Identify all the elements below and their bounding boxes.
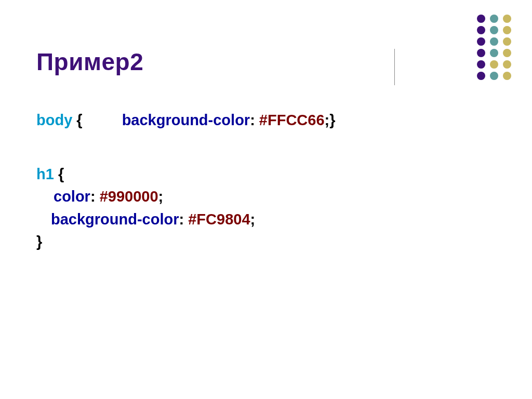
code-line-4: background-color: #FC9804; (36, 208, 496, 231)
slide-container: Пример2 body {background-color: #FFCC66;… (0, 0, 532, 399)
code-line-1: body {background-color: #FFCC66;} (36, 109, 496, 132)
colon: : (179, 211, 184, 228)
dot (503, 60, 511, 69)
css-value: #FFCC66 (255, 112, 325, 128)
dot (503, 37, 511, 46)
dot (477, 26, 485, 34)
semicolon: ; (250, 211, 256, 228)
title-row: Пример2 (36, 48, 496, 85)
dot (490, 49, 498, 57)
dot (490, 26, 498, 34)
css-property: background-color (122, 112, 250, 128)
code-line-3: color: #990000; (36, 185, 496, 208)
blank-line (36, 132, 496, 163)
slide-title: Пример2 (36, 48, 143, 76)
dot (477, 49, 485, 57)
semicolon: ; (325, 112, 330, 128)
colon: : (250, 112, 255, 128)
dot (490, 15, 498, 23)
dot-column-1 (477, 15, 485, 80)
css-value: #990000 (96, 188, 158, 205)
dot (490, 60, 498, 69)
title-divider (394, 49, 395, 85)
code-content: body {background-color: #FFCC66;} h1 { c… (36, 109, 496, 254)
css-selector: body (36, 112, 72, 128)
colon: : (90, 188, 96, 205)
css-value: #FC9804 (184, 211, 250, 228)
brace-close: } (36, 233, 42, 250)
brace-close: } (329, 112, 335, 128)
semicolon: ; (158, 188, 164, 205)
dot (490, 37, 498, 46)
css-selector: h1 (36, 166, 54, 182)
dot (503, 72, 511, 80)
css-property: background-color (51, 211, 179, 228)
dot (503, 26, 511, 34)
dot (503, 15, 511, 23)
dot (477, 60, 485, 69)
decoration-dots (477, 15, 511, 80)
dot (490, 72, 498, 80)
code-line-5: } (36, 231, 496, 254)
dot-column-3 (503, 15, 511, 80)
dot (477, 15, 485, 23)
brace-open: { (54, 166, 64, 182)
css-property: color (54, 188, 90, 205)
dot (477, 37, 485, 46)
dot-column-2 (490, 15, 498, 80)
code-line-2: h1 { (36, 163, 496, 186)
dot (477, 72, 485, 80)
dot (503, 49, 511, 57)
brace-open: { (72, 112, 82, 128)
